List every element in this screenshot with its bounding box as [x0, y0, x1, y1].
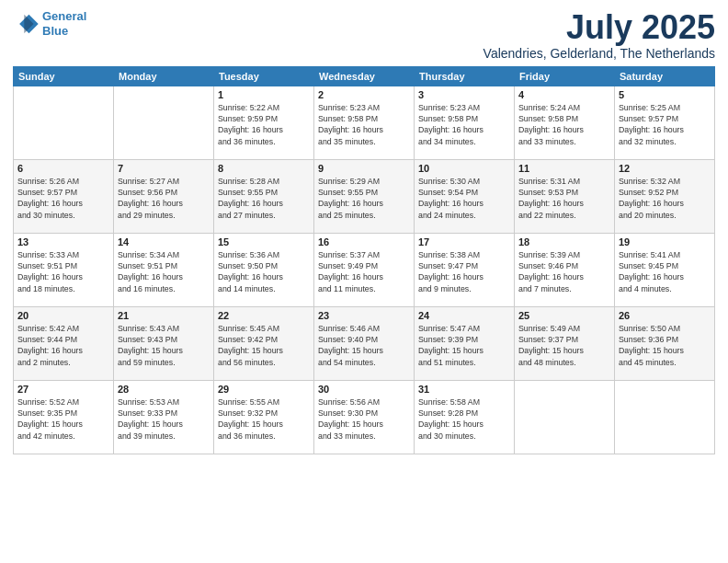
day-info: Sunrise: 5:37 AM Sunset: 9:49 PM Dayligh… [318, 249, 410, 294]
calendar-cell: 19Sunrise: 5:41 AM Sunset: 9:45 PM Dayli… [615, 233, 715, 306]
day-number: 28 [118, 384, 210, 395]
day-number: 25 [518, 310, 610, 321]
day-number: 2 [318, 89, 410, 100]
calendar-cell [14, 86, 114, 159]
day-info: Sunrise: 5:52 AM Sunset: 9:35 PM Dayligh… [17, 396, 109, 442]
day-info: Sunrise: 5:46 AM Sunset: 9:40 PM Dayligh… [318, 323, 410, 368]
calendar-header-row: Sunday Monday Tuesday Wednesday Thursday… [14, 66, 715, 86]
day-info: Sunrise: 5:28 AM Sunset: 9:55 PM Dayligh… [218, 176, 310, 221]
calendar-cell: 4Sunrise: 5:24 AM Sunset: 9:58 PM Daylig… [515, 86, 615, 159]
day-number: 3 [418, 89, 510, 100]
day-number: 7 [118, 163, 210, 174]
calendar-cell: 27Sunrise: 5:52 AM Sunset: 9:35 PM Dayli… [14, 380, 114, 454]
logo-icon [13, 13, 39, 35]
day-number: 29 [218, 384, 310, 395]
calendar-cell: 1Sunrise: 5:22 AM Sunset: 9:59 PM Daylig… [214, 86, 314, 159]
day-number: 30 [318, 384, 410, 395]
day-info: Sunrise: 5:24 AM Sunset: 9:58 PM Dayligh… [518, 102, 610, 147]
day-info: Sunrise: 5:25 AM Sunset: 9:57 PM Dayligh… [619, 102, 711, 147]
col-sunday: Sunday [14, 66, 114, 86]
day-info: Sunrise: 5:45 AM Sunset: 9:42 PM Dayligh… [218, 323, 310, 368]
calendar-week-5: 27Sunrise: 5:52 AM Sunset: 9:35 PM Dayli… [14, 380, 715, 454]
day-info: Sunrise: 5:38 AM Sunset: 9:47 PM Dayligh… [418, 249, 510, 294]
calendar-cell: 13Sunrise: 5:33 AM Sunset: 9:51 PM Dayli… [14, 233, 114, 306]
calendar-cell: 25Sunrise: 5:49 AM Sunset: 9:37 PM Dayli… [515, 306, 615, 380]
day-info: Sunrise: 5:42 AM Sunset: 9:44 PM Dayligh… [17, 323, 109, 368]
col-thursday: Thursday [415, 66, 515, 86]
calendar-table: Sunday Monday Tuesday Wednesday Thursday… [13, 66, 715, 454]
calendar-cell: 24Sunrise: 5:47 AM Sunset: 9:39 PM Dayli… [415, 306, 515, 380]
calendar-cell [515, 380, 615, 454]
logo-text: General Blue [42, 9, 86, 38]
day-number: 18 [518, 236, 610, 247]
day-number: 15 [218, 236, 310, 247]
day-info: Sunrise: 5:43 AM Sunset: 9:43 PM Dayligh… [118, 323, 210, 368]
header: General Blue July 2025 Valendries, Gelde… [13, 9, 715, 61]
calendar-week-4: 20Sunrise: 5:42 AM Sunset: 9:44 PM Dayli… [14, 306, 715, 380]
day-number: 4 [518, 89, 610, 100]
calendar-week-1: 1Sunrise: 5:22 AM Sunset: 9:59 PM Daylig… [14, 86, 715, 159]
calendar-cell: 7Sunrise: 5:27 AM Sunset: 9:56 PM Daylig… [114, 159, 214, 233]
day-info: Sunrise: 5:56 AM Sunset: 9:30 PM Dayligh… [318, 396, 410, 442]
day-info: Sunrise: 5:31 AM Sunset: 9:53 PM Dayligh… [518, 176, 610, 221]
calendar-cell: 5Sunrise: 5:25 AM Sunset: 9:57 PM Daylig… [615, 86, 715, 159]
day-info: Sunrise: 5:30 AM Sunset: 9:54 PM Dayligh… [418, 176, 510, 221]
day-number: 21 [118, 310, 210, 321]
day-info: Sunrise: 5:23 AM Sunset: 9:58 PM Dayligh… [418, 102, 510, 147]
day-info: Sunrise: 5:36 AM Sunset: 9:50 PM Dayligh… [218, 249, 310, 294]
day-info: Sunrise: 5:33 AM Sunset: 9:51 PM Dayligh… [17, 249, 109, 294]
calendar-cell: 10Sunrise: 5:30 AM Sunset: 9:54 PM Dayli… [415, 159, 515, 233]
calendar-cell [615, 380, 715, 454]
day-info: Sunrise: 5:50 AM Sunset: 9:36 PM Dayligh… [619, 323, 711, 368]
calendar-cell: 31Sunrise: 5:58 AM Sunset: 9:28 PM Dayli… [415, 380, 515, 454]
logo-line1: General [42, 9, 86, 23]
day-info: Sunrise: 5:39 AM Sunset: 9:46 PM Dayligh… [518, 249, 610, 294]
day-number: 11 [518, 163, 610, 174]
day-number: 5 [619, 89, 711, 100]
calendar-cell: 28Sunrise: 5:53 AM Sunset: 9:33 PM Dayli… [114, 380, 214, 454]
day-info: Sunrise: 5:34 AM Sunset: 9:51 PM Dayligh… [118, 249, 210, 294]
calendar-week-2: 6Sunrise: 5:26 AM Sunset: 9:57 PM Daylig… [14, 159, 715, 233]
calendar-cell: 3Sunrise: 5:23 AM Sunset: 9:58 PM Daylig… [415, 86, 515, 159]
calendar-cell: 8Sunrise: 5:28 AM Sunset: 9:55 PM Daylig… [214, 159, 314, 233]
calendar-cell: 16Sunrise: 5:37 AM Sunset: 9:49 PM Dayli… [314, 233, 415, 306]
day-info: Sunrise: 5:23 AM Sunset: 9:58 PM Dayligh… [318, 102, 410, 147]
calendar-cell: 30Sunrise: 5:56 AM Sunset: 9:30 PM Dayli… [314, 380, 415, 454]
day-info: Sunrise: 5:58 AM Sunset: 9:28 PM Dayligh… [418, 396, 510, 442]
day-number: 14 [118, 236, 210, 247]
day-number: 6 [17, 163, 109, 174]
day-info: Sunrise: 5:47 AM Sunset: 9:39 PM Dayligh… [418, 323, 510, 368]
day-info: Sunrise: 5:41 AM Sunset: 9:45 PM Dayligh… [619, 249, 711, 294]
col-monday: Monday [114, 66, 214, 86]
calendar-cell: 20Sunrise: 5:42 AM Sunset: 9:44 PM Dayli… [14, 306, 114, 380]
calendar-cell: 6Sunrise: 5:26 AM Sunset: 9:57 PM Daylig… [14, 159, 114, 233]
month-title: July 2025 [483, 9, 715, 46]
day-info: Sunrise: 5:55 AM Sunset: 9:32 PM Dayligh… [218, 396, 310, 442]
day-info: Sunrise: 5:53 AM Sunset: 9:33 PM Dayligh… [118, 396, 210, 442]
calendar-cell: 17Sunrise: 5:38 AM Sunset: 9:47 PM Dayli… [415, 233, 515, 306]
day-info: Sunrise: 5:26 AM Sunset: 9:57 PM Dayligh… [17, 176, 109, 221]
day-number: 17 [418, 236, 510, 247]
day-number: 16 [318, 236, 410, 247]
calendar-cell: 22Sunrise: 5:45 AM Sunset: 9:42 PM Dayli… [214, 306, 314, 380]
location-title: Valendries, Gelderland, The Netherlands [483, 46, 715, 61]
calendar-cell: 14Sunrise: 5:34 AM Sunset: 9:51 PM Dayli… [114, 233, 214, 306]
day-number: 20 [17, 310, 109, 321]
calendar-cell: 21Sunrise: 5:43 AM Sunset: 9:43 PM Dayli… [114, 306, 214, 380]
calendar-cell: 23Sunrise: 5:46 AM Sunset: 9:40 PM Dayli… [314, 306, 415, 380]
day-number: 27 [17, 384, 109, 395]
col-wednesday: Wednesday [314, 66, 415, 86]
calendar-cell: 2Sunrise: 5:23 AM Sunset: 9:58 PM Daylig… [314, 86, 415, 159]
calendar-cell [114, 86, 214, 159]
day-info: Sunrise: 5:32 AM Sunset: 9:52 PM Dayligh… [619, 176, 711, 221]
day-number: 10 [418, 163, 510, 174]
day-number: 24 [418, 310, 510, 321]
day-number: 12 [619, 163, 711, 174]
calendar-cell: 11Sunrise: 5:31 AM Sunset: 9:53 PM Dayli… [515, 159, 615, 233]
title-block: July 2025 Valendries, Gelderland, The Ne… [483, 9, 715, 61]
col-friday: Friday [515, 66, 615, 86]
day-info: Sunrise: 5:49 AM Sunset: 9:37 PM Dayligh… [518, 323, 610, 368]
col-tuesday: Tuesday [214, 66, 314, 86]
logo-line2: Blue [42, 24, 68, 38]
day-number: 1 [218, 89, 310, 100]
